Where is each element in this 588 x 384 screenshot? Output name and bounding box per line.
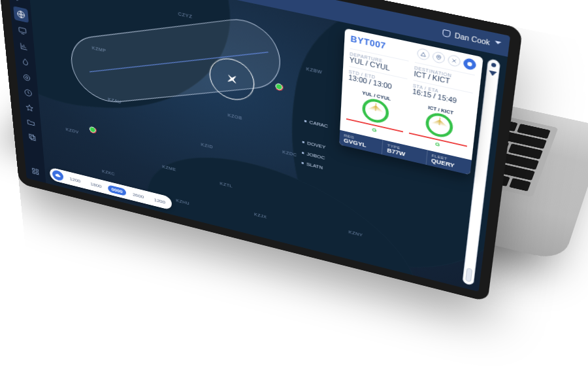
chevron-down-icon (495, 41, 502, 47)
laptop-screen: FLIGHT TRACKING skybook Dan Cook (0, 0, 523, 302)
svg-point-11 (438, 56, 440, 58)
sidebar-globe[interactable] (13, 6, 29, 23)
sidebar-route[interactable] (12, 0, 27, 7)
aircraft-icon (221, 70, 242, 88)
region-label: KZKC (102, 169, 115, 176)
sidebar-chart[interactable] (16, 38, 31, 54)
filter-icon[interactable] (488, 70, 497, 80)
svg-point-2 (24, 74, 30, 81)
alt-seg[interactable]: 1800 (86, 179, 105, 191)
sidebar-folder[interactable] (24, 115, 39, 131)
sidebar-star[interactable] (22, 100, 37, 116)
card-close-button[interactable] (448, 54, 461, 68)
flight-id: BYT007 (350, 34, 386, 51)
card-info-button[interactable] (463, 58, 477, 71)
gauge-icon (362, 96, 390, 125)
svg-rect-8 (36, 169, 39, 171)
status-dep: YUL / CYUL G (346, 87, 405, 139)
gauge-icon (425, 111, 454, 139)
svg-point-3 (25, 77, 28, 79)
region-label: KZDV (65, 127, 78, 134)
map-canvas[interactable]: CZYZ KZMP KZBW KZAU KZOB KZDC KZID KZME … (26, 0, 508, 292)
sidebar-grid[interactable] (28, 164, 42, 179)
svg-rect-10 (36, 172, 39, 175)
region-label: KZID (201, 142, 213, 149)
svg-rect-9 (33, 171, 35, 174)
svg-rect-1 (19, 27, 26, 33)
waypoint-origin[interactable] (90, 126, 96, 133)
status-dest: ICT / KICT G (408, 101, 470, 154)
sidebar-clock[interactable] (21, 85, 36, 101)
sidebar-screen[interactable] (15, 22, 31, 39)
user-name: Dan Cook (454, 31, 490, 46)
waypoint-destination[interactable] (275, 83, 282, 91)
svg-rect-7 (33, 168, 35, 171)
svg-point-12 (467, 61, 472, 67)
rail-scroll[interactable] (465, 268, 472, 283)
alt-seg-active[interactable]: 0000 (108, 184, 127, 196)
cloud-icon[interactable] (52, 169, 64, 182)
alt-seg[interactable]: 1200 (150, 195, 169, 207)
sidebar-copy[interactable] (25, 130, 39, 145)
alt-seg[interactable]: 1200 (65, 174, 84, 186)
sidebar-target[interactable] (19, 69, 34, 86)
rail-dot-icon[interactable] (491, 63, 497, 68)
card-warning-button[interactable] (417, 48, 430, 61)
bell-icon[interactable] (442, 29, 450, 37)
sidebar-fuel[interactable] (18, 54, 33, 70)
card-pin-button[interactable] (432, 51, 445, 65)
alt-seg[interactable]: 2600 (129, 190, 148, 201)
region-label: KZOB (228, 113, 242, 120)
